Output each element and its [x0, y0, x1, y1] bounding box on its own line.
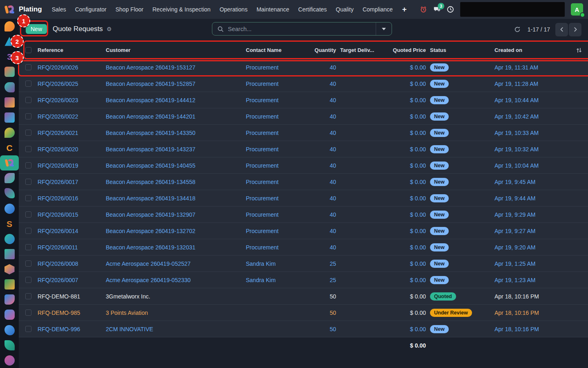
sidebar-app-cut-icon[interactable]: [0, 171, 19, 186]
pager-next-button[interactable]: [569, 23, 581, 36]
price-value: $ 0.00: [410, 195, 426, 202]
pager-range[interactable]: 1-17 / 17: [528, 26, 550, 33]
cell-status: New: [426, 194, 491, 202]
price-value: $ 0.00: [410, 81, 426, 87]
row-checkbox[interactable]: [25, 146, 31, 152]
column-header-reference[interactable]: Reference: [38, 47, 106, 53]
messages-icon[interactable]: 3: [433, 6, 441, 13]
row-checkbox[interactable]: [25, 64, 31, 70]
select-all-checkbox[interactable]: [25, 47, 31, 53]
row-checkbox[interactable]: [25, 228, 31, 234]
search-input[interactable]: [227, 25, 376, 33]
table-row[interactable]: RFQ/2026/0008Acme Aerospace 260419-05252…: [19, 256, 588, 272]
table-row[interactable]: RFQ/2026/0025Beacon Aerospace 260419-152…: [19, 76, 588, 92]
activities-alarm-icon[interactable]: [420, 6, 427, 13]
sidebar-app-clock-icon[interactable]: [0, 201, 19, 216]
table-row[interactable]: RFQ/2026/0019Beacon Aerospace 260419-140…: [19, 157, 588, 174]
sidebar-app-plating-icon[interactable]: [0, 155, 19, 171]
table-row[interactable]: RFQ/2026/0014Beacon Aerospace 260419-132…: [19, 223, 588, 239]
sidebar-app-three-icon[interactable]: 3: [0, 49, 19, 64]
sidebar-app-wings-icon[interactable]: [0, 80, 19, 95]
row-select-cell: [19, 195, 38, 201]
row-checkbox[interactable]: [25, 113, 31, 119]
sidebar-app-presentation-icon[interactable]: [0, 292, 19, 307]
table-row[interactable]: RFQ/2026/0011Beacon Aerospace 260419-132…: [19, 239, 588, 256]
row-checkbox[interactable]: [25, 326, 31, 332]
table-row[interactable]: RFQ/2026/0021Beacon Aerospace 260419-143…: [19, 125, 588, 141]
column-header-quantity[interactable]: Quantity: [312, 47, 336, 53]
column-header-created-on[interactable]: Created on: [491, 47, 569, 53]
row-checkbox[interactable]: [25, 179, 31, 185]
nav-item-shop-floor[interactable]: Shop Floor: [111, 0, 148, 19]
user-avatar[interactable]: A: [571, 3, 583, 16]
row-checkbox[interactable]: [25, 81, 31, 87]
table-row[interactable]: RFQ/2026/0023Beacon Aerospace 260419-144…: [19, 92, 588, 108]
table-row[interactable]: RFQ-DEMO-9853 Points Aviation50$ 0.00Und…: [19, 305, 588, 321]
chart-bars-shape: [4, 97, 15, 108]
sidebar-app-discuss-icon[interactable]: [0, 19, 19, 34]
row-checkbox[interactable]: [25, 130, 31, 136]
sidebar-app-triangle-icon[interactable]: [0, 34, 19, 49]
table-row[interactable]: RFQ/2026/0016Beacon Aerospace 260419-134…: [19, 190, 588, 206]
table-row[interactable]: RFQ/2026/0015Beacon Aerospace 260419-132…: [19, 206, 588, 223]
table-row[interactable]: RFQ/2026/0020Beacon Aerospace 260419-143…: [19, 141, 588, 157]
search-dropdown-toggle[interactable]: [376, 22, 392, 35]
nav-item-quality[interactable]: Quality: [331, 0, 358, 19]
cell-quoted-price: $ 0.00: [385, 64, 426, 71]
refresh-icon[interactable]: [514, 26, 521, 33]
sidebar-app-books-icon[interactable]: [0, 277, 19, 292]
row-checkbox[interactable]: [25, 97, 31, 103]
brand[interactable]: Plating: [4, 4, 42, 15]
table-row[interactable]: RFQ/2026/0022Beacon Aerospace 260419-144…: [19, 108, 588, 125]
column-header-contact[interactable]: Contact Name: [246, 47, 312, 53]
sidebar-app-letter-s-icon[interactable]: S: [0, 216, 19, 231]
sidebar-app-layers-icon[interactable]: [0, 247, 19, 262]
footer-total-quoted-price: $ 0.00: [385, 342, 426, 349]
nav-item-operations[interactable]: Operations: [215, 0, 252, 19]
clock-icon[interactable]: [447, 6, 454, 13]
sidebar-app-signature-icon[interactable]: [0, 338, 19, 353]
column-header-quoted-price[interactable]: Quoted Price: [385, 47, 426, 53]
nav-item-receiving-inspection[interactable]: Receiving & Inspection: [148, 0, 215, 19]
sidebar-app-map-pin-icon[interactable]: [0, 125, 19, 140]
pager-prev-button[interactable]: [555, 23, 568, 36]
cell-created-on: Apr 19, 9:45 AM: [491, 179, 569, 185]
new-button[interactable]: New: [26, 24, 47, 34]
row-checkbox[interactable]: [25, 277, 31, 283]
table-row[interactable]: RFQ-DEMO-9962CM INNOVATIVE50$ 0.00NewApr…: [19, 321, 588, 337]
nav-item-certificates[interactable]: Certificates: [294, 0, 331, 19]
table-row[interactable]: RFQ/2026/0007Acme Aerospace 260419-05233…: [19, 272, 588, 288]
row-checkbox[interactable]: [25, 310, 31, 316]
nav-item-maintenance[interactable]: Maintenance: [252, 0, 294, 19]
row-checkbox[interactable]: [25, 293, 31, 299]
nav-plus-button[interactable]: +: [397, 5, 412, 14]
column-header-customer[interactable]: Customer: [106, 47, 246, 53]
sidebar-app-chain-icon[interactable]: [0, 323, 19, 338]
view-settings-gear-icon[interactable]: ⚙: [107, 26, 112, 32]
row-checkbox[interactable]: [25, 162, 31, 168]
sidebar-app-chart-bars-icon[interactable]: [0, 95, 19, 110]
sidebar-app-blocks-icon[interactable]: [0, 110, 19, 125]
row-checkbox[interactable]: [25, 260, 31, 267]
sidebar-app-doc-search-icon[interactable]: [0, 307, 19, 322]
row-checkbox[interactable]: [25, 195, 31, 201]
sidebar-app-sphere-icon[interactable]: [0, 231, 19, 247]
row-checkbox[interactable]: [25, 244, 31, 250]
nav-item-compliance[interactable]: Compliance: [358, 0, 397, 19]
cell-customer: Acme Aerospace 260419-052527: [106, 260, 246, 267]
cell-contact-name: Procurement: [246, 179, 312, 185]
table-row[interactable]: RFQ/2026/0017Beacon Aerospace 260419-134…: [19, 174, 588, 190]
nav-item-configurator[interactable]: Configurator: [71, 0, 111, 19]
sidebar-app-hexagon-icon[interactable]: [0, 262, 19, 277]
sidebar-app-contacts-icon[interactable]: [0, 64, 19, 79]
optional-columns-icon[interactable]: [576, 47, 582, 54]
sidebar-app-pink-dot-icon[interactable]: [0, 353, 19, 368]
table-row[interactable]: RFQ/2026/0026Beacon Aerospace 260419-153…: [19, 59, 588, 76]
nav-item-sales[interactable]: Sales: [47, 0, 71, 19]
sidebar-app-letter-c-icon[interactable]: C: [0, 140, 19, 155]
table-row[interactable]: RFQ-DEMO-8813Gmetalworx Inc.50$ 0.00Quot…: [19, 288, 588, 305]
row-checkbox[interactable]: [25, 211, 31, 218]
column-header-status[interactable]: Status: [426, 47, 491, 53]
column-header-target-delivery[interactable]: Target Deliv...: [336, 47, 385, 53]
sidebar-app-double-check-icon[interactable]: [0, 186, 19, 201]
